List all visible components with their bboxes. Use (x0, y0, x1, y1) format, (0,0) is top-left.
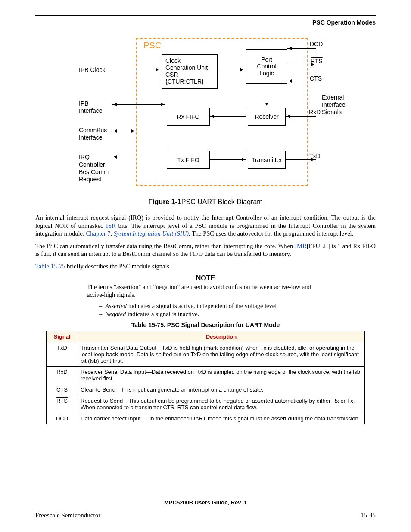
table-row: DCDData carrier detect Input — In the en… (47, 413, 365, 424)
box-receiver: Receiver (248, 108, 286, 126)
label-dcd: DCD (310, 40, 323, 47)
box-clock-gen: Clock Generation Unit CSR {CTUR:CTLR} (162, 54, 218, 89)
signal-description: Receiver Serial Data Input—Data received… (78, 366, 365, 384)
note-heading: NOTE (35, 274, 376, 282)
signal-name: RTS (47, 395, 78, 413)
table-row: CTSClear-to-Send—This input can generate… (47, 384, 365, 395)
arrow-cts (287, 81, 316, 81)
arrow-port-to-receiver (267, 84, 267, 107)
signal-description: Request-to-Send—This output can be progr… (78, 395, 365, 413)
psc-label: PSC (143, 40, 161, 50)
link-table-15-75[interactable]: Table 15-75 (35, 263, 65, 270)
footer-vendor: Freescale Semiconductor (35, 512, 100, 519)
label-rxd: RxD (309, 109, 321, 116)
arrow-dcd (287, 48, 316, 49)
arrow-clock-to-port (218, 70, 244, 70)
bullet-negated: –Negated indicates a signal is inactive. (99, 311, 376, 318)
arrow-irq (112, 157, 136, 157)
label-irq: IRQ (79, 153, 90, 160)
signal-description: Clear-to-Send—This input can generate an… (78, 384, 365, 395)
box-port-control: Port Control Logic (246, 49, 287, 84)
link-isr[interactable]: ISR (106, 222, 116, 229)
block-diagram: PSC IPB Clock IPB Interface CommBus Inte… (68, 35, 343, 195)
header-rule (35, 15, 376, 16)
arrow-rxd-in (286, 116, 316, 117)
paragraph-bestcomm: The PSC can automatically transfer data … (35, 242, 376, 258)
signal-description: Data carrier detect Input — In the enhan… (78, 413, 365, 424)
table-row: RTSRequest-to-Send—This output can be pr… (47, 395, 365, 413)
arrow-txd-out (286, 159, 316, 160)
note-bullets: –Asserted indicates a signal is active, … (99, 302, 376, 318)
link-imr[interactable]: IMR (295, 243, 306, 249)
signal-name: CTS (47, 384, 78, 395)
bullet-asserted: –Asserted indicates a signal is active, … (99, 302, 376, 310)
label-ipb-clock: IPB Clock (79, 66, 105, 74)
box-transmitter: Transmitter (248, 151, 286, 169)
paragraph-table-ref: Table 15-75 briefly describes the PSC mo… (35, 262, 376, 271)
figure-container: PSC IPB Clock IPB Interface CommBus Inte… (35, 35, 376, 195)
label-ipb-interface: IPB Interface (79, 100, 102, 115)
link-chapter7[interactable]: Chapter 7 (86, 230, 111, 237)
arrow-ipb-clock (112, 70, 160, 70)
table-row: RxDReceiver Serial Data Input—Data recei… (47, 366, 365, 384)
signal-name: RxD (47, 366, 78, 384)
footer-page-number: 15-45 (361, 512, 376, 519)
figure-title: PSC UART Block Diagram (181, 198, 263, 205)
page-footer: MPC5200B Users Guide, Rev. 1 Freescale S… (35, 499, 376, 519)
label-commbus: CommBus Interface (79, 127, 107, 141)
signal-table: Signal Description TxDTransmitter Serial… (46, 331, 365, 424)
arrow-rts (287, 65, 316, 65)
col-signal: Signal (47, 331, 78, 342)
body-text: An internal interrupt request signal (IR… (35, 214, 376, 270)
footer-doc-id: MPC5200B Users Guide, Rev. 1 (35, 499, 376, 506)
arrow-ipb-if-r (112, 104, 165, 105)
figure-number: Figure 1-1 (148, 198, 181, 205)
figure-caption: Figure 1-1PSC UART Block Diagram (35, 198, 376, 206)
link-siu[interactable]: System Integration Unit (SIU) (114, 230, 189, 237)
note-body: The terms "assertion" and "negation" are… (87, 283, 324, 299)
label-external-signals: External Interface Signals (322, 94, 345, 115)
table-caption: Table 15-75. PSC Signal Description for … (35, 321, 376, 328)
paragraph-irq: An internal interrupt request signal (IR… (35, 214, 376, 238)
arrow-receiver-to-rxfifo (210, 116, 246, 117)
arrow-txfifo-to-transmitter (210, 159, 246, 160)
table-row: TxDTransmitter Serial Data Output—TxD is… (47, 342, 365, 366)
section-header: PSC Operation Modes (35, 19, 376, 26)
col-description: Description (78, 331, 365, 342)
label-controller-bestcomm: Controller BestComm Request (79, 161, 109, 183)
signal-description: Transmitter Serial Data Output—TxD is he… (78, 342, 365, 366)
box-rx-fifo: Rx FIFO (167, 108, 210, 126)
box-tx-fifo: Tx FIFO (167, 151, 210, 169)
signal-name: DCD (47, 413, 78, 424)
signal-name: TxD (47, 342, 78, 366)
